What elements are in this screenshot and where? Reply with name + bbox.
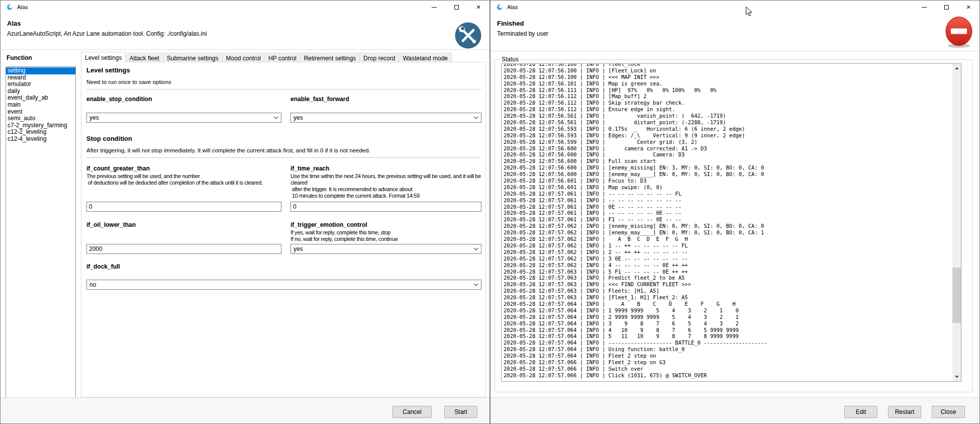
field-label-if-dock-full: if_dock_full [86,263,281,270]
log-line: 2020-05-28 12:07:57.062 | INFO | 1 -- ++… [504,242,952,249]
log-line: 2020-05-28 12:07:56.600 | INFO | [enemy_… [504,164,952,171]
level-settings-tabpage: Level settings Need to run once to save … [81,62,486,397]
settings-tab[interactable]: Mood control [222,53,265,62]
maximize-icon [944,5,949,10]
log-line: 2020-05-28 12:07:57.063 | INFO | [Fleet_… [504,294,952,301]
chevron-down-icon [473,116,478,119]
function-list-item[interactable]: daily [6,88,75,95]
log-line: 2020-05-28 12:07:56.600 | INFO | [enemy_… [504,171,952,178]
function-panel-label: Function [7,54,32,61]
chevron-down-icon [473,283,478,286]
field-desc-if-trigger-emotion-control: If yes, wait for reply, complete this ti… [290,229,481,243]
log-window: Alas ✕ Finished Terminated by user Statu… [490,0,980,424]
field-label-if-time-reach: if_time_reach [290,165,481,172]
maximize-button[interactable] [445,1,467,14]
field-label-if-count-greater-than: if_count_greater_than [86,165,281,172]
no-entry-icon [944,16,973,49]
settings-tab[interactable]: HP control [264,53,301,62]
settings-tab[interactable]: Drop record [359,53,399,62]
log-line: 2020-05-28 12:07:56.100 | INFO | fleet_l… [504,63,952,67]
log-line: 2020-05-28 12:07:57.064 | INFO | A B C D… [504,301,952,307]
enable-stop-condition-select[interactable]: yes [86,113,281,123]
close-window-button[interactable]: Close [932,406,965,418]
window-title: Alas [507,4,518,10]
footer: Cancel Start [1,398,489,423]
settings-tab[interactable]: Wasteland mode [399,53,452,62]
log-line: 2020-05-28 12:07:56.593 | INFO | 0.175s … [504,126,952,132]
function-list-item[interactable]: event_daily_ab [6,95,75,102]
function-list-item[interactable]: semi_auto [6,115,75,122]
log-line: 2020-05-28 12:07:56.100 | INFO | <<< MAP… [504,74,952,80]
alas-logo-icon [6,4,13,11]
enable-fast-forward-select[interactable]: yes [290,113,481,123]
log-line: 2020-05-28 12:07:57.064 | INFO | Using f… [504,346,952,353]
function-list[interactable]: setting reward emulator daily event_dail… [6,66,76,398]
if-dock-full-value: no [89,281,96,288]
scroll-up-button[interactable] [952,64,961,72]
window-title: Alas [17,4,28,10]
maximize-icon [454,5,459,10]
log-line: 2020-05-28 12:07:56.100 | INFO | [Fleet_… [504,67,952,74]
maximize-button[interactable] [935,1,957,14]
log-line: 2020-05-28 12:07:57.061 | INFO | -- -- -… [504,210,952,216]
log-scrollbar[interactable] [952,64,961,381]
run-status-subtitle: Terminated by user [497,30,548,37]
cancel-button[interactable]: Cancel [393,406,432,418]
field-desc-if-count-greater-than: The previous setting will be used, and t… [86,173,281,200]
log-line: 2020-05-28 12:07:56.112 | INFO | Ensure … [504,106,952,113]
settings-tabbar: Level settings Attack fleet Submarine se… [81,52,451,62]
log-line: 2020-05-28 12:07:56.600 | INFO | camera … [504,145,952,152]
function-list-item[interactable]: reward [6,74,75,81]
log-line: 2020-05-28 12:07:56.593 | INFO | Edges: … [504,132,952,139]
section-desc-stop-condition: After triggering, it will not stop immed… [86,147,370,153]
log-line: 2020-05-28 12:07:57.066 | INFO | Switch … [504,366,952,372]
edit-button[interactable]: Edit [844,406,877,418]
enable-fast-forward-value: yes [293,114,303,121]
scrollbar-thumb[interactable] [952,268,961,323]
function-list-item[interactable]: emulator [6,81,75,88]
minimize-button[interactable] [423,1,445,14]
status-groupbox: Status 2020-05-28 12:07:56.100 | INFO | … [495,59,973,392]
alas-logo-icon [496,4,503,11]
log-line: 2020-05-28 12:07:56.561 | INFO | distant… [504,119,952,126]
arrow-down-icon [955,376,959,378]
if-count-greater-than-input[interactable] [86,202,281,212]
log-line: 2020-05-28 12:07:56.600 | INFO | Camera:… [504,151,952,158]
close-button[interactable]: ✕ [957,1,979,14]
function-list-item[interactable]: c12-4_leveling [6,136,75,143]
if-dock-full-select[interactable]: no [86,280,481,290]
scroll-down-button[interactable] [952,373,961,381]
log-line: 2020-05-28 12:07:56.601 | INFO | Map swi… [504,184,952,191]
settings-tab[interactable]: Level settings [81,52,126,62]
settings-tab[interactable]: Attack fleet [125,53,163,62]
log-line: 2020-05-28 12:07:57.063 | INFO | Predict… [504,275,952,281]
function-list-item[interactable]: c12-2_leveling [6,129,75,136]
app-subtitle: AzurLaneAutoScript, An Azur Lane automat… [7,30,207,37]
minimize-icon [432,7,437,8]
function-list-item[interactable]: event [6,109,75,116]
restart-button[interactable]: Restart [888,406,921,418]
function-list-item[interactable]: c7-2_mystery_farming [6,122,75,129]
log-line: 2020-05-28 12:07:57.063 | INFO | Fleets:… [504,288,952,294]
log-view[interactable]: 2020-05-28 12:07:56.100 | INFO | fleet_l… [501,63,961,382]
minimize-button[interactable] [913,1,935,14]
field-label-enable-stop-condition: enable_stop_condition [86,96,281,103]
if-trigger-emotion-control-value: yes [293,245,303,252]
chevron-down-icon [473,247,478,250]
settings-tab[interactable]: Retirement settings [300,53,360,62]
divider [86,89,481,90]
if-oil-lower-than-input[interactable] [86,244,281,254]
function-list-item[interactable]: setting [6,67,75,74]
function-list-item[interactable]: main [6,102,75,109]
field-label-enable-fast-forward: enable_fast_forward [290,96,481,103]
log-line: 2020-05-28 12:07:56.600 | INFO | Full sc… [504,158,952,164]
if-time-reach-input[interactable] [290,202,481,212]
close-button[interactable]: ✕ [467,1,489,14]
log-line: 2020-05-28 12:07:57.062 | INFO | 4 -- --… [504,262,952,269]
close-icon: ✕ [476,5,480,10]
settings-tab[interactable]: Submarine settings [163,53,223,62]
start-button[interactable]: Start [444,406,477,418]
if-trigger-emotion-control-select[interactable]: yes [290,244,481,254]
log-line: 2020-05-28 12:07:57.063 | INFO | <<< FIN… [504,281,952,288]
enable-stop-condition-value: yes [89,114,99,121]
